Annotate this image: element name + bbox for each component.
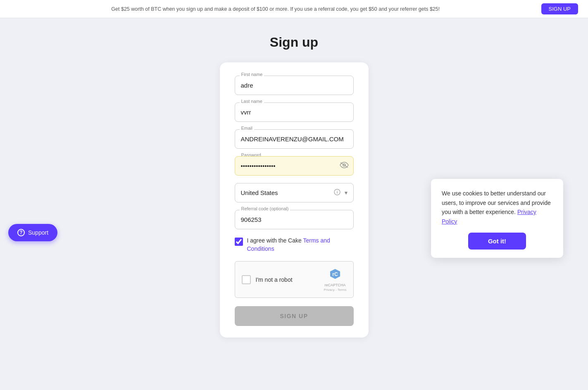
cookie-text: We use cookies to better understand our … xyxy=(442,189,552,226)
recaptcha-brand-text: reCAPTCHA xyxy=(325,283,346,288)
first-name-input[interactable] xyxy=(235,76,354,95)
password-wrapper xyxy=(235,156,354,176)
password-input[interactable] xyxy=(235,156,354,176)
top-banner: Get $25 worth of BTC when you sign up an… xyxy=(0,0,588,18)
terms-checkbox-row: I agree with the Cake Terms and Conditio… xyxy=(235,237,354,253)
recaptcha-logo-icon: rC xyxy=(329,267,342,283)
recaptcha-label: I'm not a robot xyxy=(256,276,293,283)
terms-checkbox[interactable] xyxy=(235,238,243,246)
referral-input[interactable] xyxy=(235,210,354,229)
email-input[interactable] xyxy=(235,129,354,149)
support-label: Support xyxy=(28,229,48,236)
page-title: Sign up xyxy=(270,35,318,50)
country-field-group: United States United Kingdom Germany Can… xyxy=(235,183,354,202)
email-field-group: Email xyxy=(235,129,354,149)
svg-text:rC: rC xyxy=(332,271,338,277)
referral-field-group: Referral code (optional) xyxy=(235,210,354,229)
cookie-consent-popup: We use cookies to better understand our … xyxy=(431,179,563,258)
terms-static-text: I agree with the Cake xyxy=(247,237,303,244)
last-name-input[interactable] xyxy=(235,102,354,122)
support-button[interactable]: ? Support xyxy=(8,224,57,241)
signup-form-card: First name Last name Email Password xyxy=(220,62,369,338)
recaptcha-checkbox[interactable] xyxy=(242,275,251,284)
terms-label: I agree with the Cake Terms and Conditio… xyxy=(247,237,354,253)
first-name-field-group: First name xyxy=(235,76,354,95)
country-select[interactable]: United States United Kingdom Germany Can… xyxy=(235,183,354,202)
recaptcha-left: I'm not a robot xyxy=(242,275,293,284)
password-field-group: Password xyxy=(235,156,354,176)
signup-button[interactable]: SIGN UP xyxy=(235,306,354,326)
banner-signup-button[interactable]: SIGN UP xyxy=(541,3,578,14)
recaptcha-right: rC reCAPTCHA Privacy - Terms xyxy=(324,267,347,292)
banner-text: Get $25 worth of BTC when you sign up an… xyxy=(10,6,541,12)
support-icon: ? xyxy=(17,229,25,236)
cookie-got-it-button[interactable]: Got it! xyxy=(468,233,526,250)
recaptcha-links-text: Privacy - Terms xyxy=(324,288,347,292)
password-visibility-toggle[interactable] xyxy=(340,162,349,170)
last-name-field-group: Last name xyxy=(235,102,354,122)
recaptcha-box[interactable]: I'm not a robot rC reCAPTCHA Privacy - T… xyxy=(235,261,354,298)
